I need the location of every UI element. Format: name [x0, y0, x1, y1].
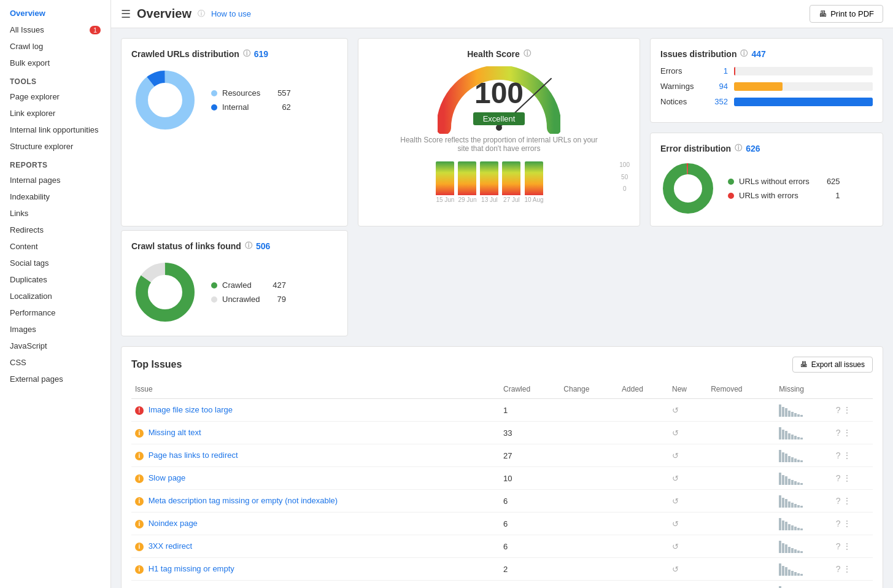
added-cell — [618, 444, 668, 467]
bar-group-3: 13 Jul — [480, 161, 498, 203]
new-cell: ↺ — [668, 422, 707, 444]
top-issues-card: Top Issues 🖶 Export all issues Issue Cra… — [121, 346, 883, 588]
col-removed: Removed — [707, 380, 775, 399]
issue-name-link[interactable]: Missing alt text — [149, 428, 201, 437]
sidebar-item-redirects[interactable]: Redirects — [0, 222, 110, 238]
row-help-icon[interactable]: ? — [836, 519, 841, 528]
row-help-icon[interactable]: ? — [836, 405, 841, 415]
warning-icon: i — [135, 520, 144, 528]
sidebar-item-external-pages[interactable]: External pages — [0, 371, 110, 387]
row-more-icon[interactable]: ⋮ — [843, 405, 851, 415]
sidebar-item-all-issues[interactable]: All Issues 1 — [0, 21, 110, 38]
warning-icon: i — [135, 497, 144, 506]
issue-name-link[interactable]: Slow page — [149, 473, 186, 482]
loading-indicator: ↺ — [672, 406, 679, 415]
action-cell: ? ⋮ — [832, 422, 873, 444]
errors-bar — [734, 67, 735, 75]
internal-dot — [211, 104, 217, 110]
with-errors-dot — [728, 193, 734, 199]
sidebar-item-crawl-log[interactable]: Crawl log — [0, 38, 110, 55]
table-row: i 3XX redirect 6 ↺ ? ⋮ — [131, 535, 873, 558]
row-more-icon[interactable]: ⋮ — [843, 451, 851, 460]
how-to-use-link[interactable]: How to use — [211, 9, 251, 18]
action-cell: ? ⋮ — [832, 513, 873, 535]
loading-indicator: ↺ — [672, 451, 679, 460]
removed-cell — [707, 513, 775, 535]
issue-name-cell: i Noindex page — [131, 513, 500, 535]
sidebar-item-link-explorer[interactable]: Link explorer — [0, 105, 110, 122]
crawled-urls-help-icon[interactable]: ⓘ — [243, 48, 250, 59]
sidebar-item-images[interactable]: Images — [0, 321, 110, 338]
sidebar-item-duplicates[interactable]: Duplicates — [0, 271, 110, 288]
health-score-help-icon[interactable]: ⓘ — [524, 48, 531, 59]
reports-section-label: Reports — [0, 155, 110, 172]
legend-internal: Internal 62 — [211, 103, 291, 112]
issue-name-link[interactable]: Noindex page — [149, 519, 198, 528]
row-help-icon[interactable]: ? — [836, 428, 841, 438]
row-more-icon[interactable]: ⋮ — [843, 519, 851, 528]
warning-icon: i — [135, 429, 144, 438]
row-more-icon[interactable]: ⋮ — [843, 541, 851, 551]
col-crawled: Crawled — [500, 380, 560, 399]
removed-cell — [707, 422, 775, 444]
crawl-status-donut — [131, 258, 199, 326]
sidebar-item-internal-link[interactable]: Internal link opportunities — [0, 122, 110, 138]
crawled-cell: 2 — [500, 558, 560, 581]
change-cell — [560, 581, 618, 589]
issue-name-cell: i H1 tag missing or empty — [131, 558, 500, 581]
row-help-icon[interactable]: ? — [836, 564, 841, 574]
row-help-icon[interactable]: ? — [836, 451, 841, 460]
loading-indicator: ↺ — [672, 565, 679, 574]
print-to-pdf-button[interactable]: 🖶 Print to PDF — [810, 5, 883, 23]
issues-dist-help-icon[interactable]: ⓘ — [740, 48, 748, 59]
missing-bars — [779, 471, 828, 485]
sidebar-item-page-explorer[interactable]: Page explorer — [0, 88, 110, 105]
action-cell: ? ⋮ — [832, 467, 873, 490]
uncrawled-dot — [211, 296, 217, 303]
svg-point-4 — [668, 169, 708, 208]
sidebar-item-social-tags[interactable]: Social tags — [0, 255, 110, 271]
errors-bar-bg — [734, 67, 873, 75]
row-more-icon[interactable]: ⋮ — [843, 496, 851, 506]
row-help-icon[interactable]: ? — [836, 541, 841, 551]
sidebar-item-content[interactable]: Content — [0, 238, 110, 255]
crawled-urls-title: Crawled URLs distribution ⓘ 619 — [131, 48, 338, 59]
crawled-dot — [211, 282, 217, 288]
svg-point-0 — [142, 77, 188, 123]
sidebar-item-localization[interactable]: Localization — [0, 288, 110, 304]
sidebar-item-internal-pages[interactable]: Internal pages — [0, 172, 110, 188]
sidebar-item-overview[interactable]: Overview — [0, 5, 110, 21]
issues-table-body: ! Image file size too large 1 ↺ ? ⋮ i Mi… — [131, 399, 873, 589]
issue-name-link[interactable]: Meta description tag missing or empty (n… — [149, 496, 338, 505]
issue-name-link[interactable]: Image file size too large — [149, 405, 233, 414]
row-more-icon[interactable]: ⋮ — [843, 473, 851, 483]
title-help-icon[interactable]: ⓘ — [198, 9, 205, 19]
row-more-icon[interactable]: ⋮ — [843, 428, 851, 438]
legend-urls-with-errors: URLs with errors 1 — [728, 191, 840, 200]
hamburger-icon[interactable]: ☰ — [121, 7, 131, 21]
sidebar-item-performance[interactable]: Performance — [0, 304, 110, 321]
row-help-icon[interactable]: ? — [836, 473, 841, 483]
sidebar-item-javascript[interactable]: JavaScript — [0, 338, 110, 354]
row-help-icon[interactable]: ? — [836, 496, 841, 506]
bar-label-1: 15 Jun — [436, 196, 454, 203]
issue-name-link[interactable]: H1 tag missing or empty — [149, 564, 234, 573]
export-all-issues-button[interactable]: 🖶 Export all issues — [792, 357, 873, 373]
issue-name-link[interactable]: 3XX redirect — [149, 541, 193, 551]
sidebar-item-links[interactable]: Links — [0, 205, 110, 222]
error-dist-help-icon[interactable]: ⓘ — [735, 143, 742, 153]
action-icons: ? ⋮ — [836, 496, 869, 506]
missing-bars — [779, 585, 828, 588]
sidebar-item-bulk-export[interactable]: Bulk export — [0, 55, 110, 71]
table-row: i H1 tag missing or empty 2 ↺ ? ⋮ — [131, 558, 873, 581]
loading-indicator: ↺ — [672, 519, 679, 528]
sidebar-item-indexability[interactable]: Indexability — [0, 188, 110, 205]
issue-name-link[interactable]: Page has links to redirect — [149, 451, 238, 460]
row-more-icon[interactable]: ⋮ — [843, 564, 851, 574]
print-icon: 🖶 — [819, 9, 827, 18]
sidebar-item-css[interactable]: CSS — [0, 354, 110, 371]
sidebar-item-structure[interactable]: Structure explorer — [0, 138, 110, 155]
crawl-status-help-icon[interactable]: ⓘ — [245, 241, 252, 251]
health-gauge: 100 Excellent — [438, 66, 560, 134]
all-issues-badge: 1 — [90, 26, 101, 34]
